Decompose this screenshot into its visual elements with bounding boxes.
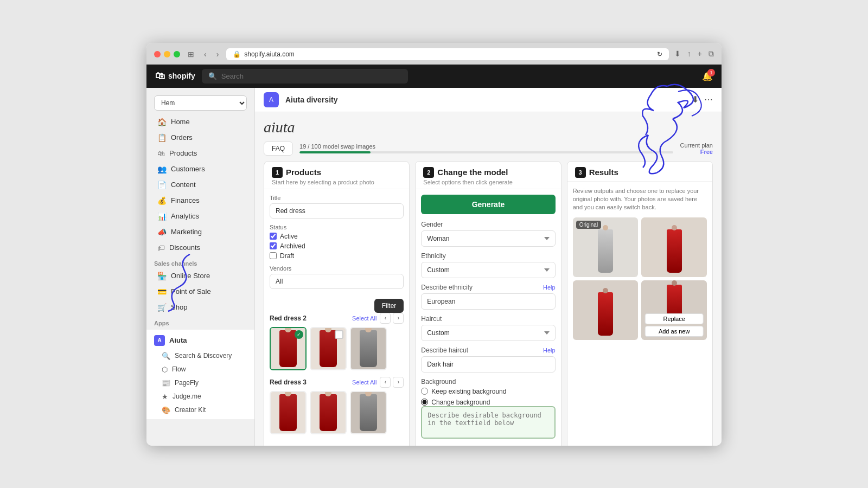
sidebar-item-judgeme[interactable]: ★ Judge.me [146,390,254,403]
product-group-2-header: Red dress 3 Select All ‹ › [270,377,404,388]
bg-change-radio[interactable] [421,399,428,406]
tab-icon[interactable]: ⊞ [186,49,196,60]
status-archived-item[interactable]: Archived [270,242,404,250]
status-draft-item[interactable]: Draft [270,252,404,260]
add-new-button[interactable]: Add as new [644,326,704,337]
product-thumb-1-2[interactable] [310,327,347,370]
tabs-icon[interactable]: ⧉ [709,49,714,59]
sidebar-item-finances[interactable]: 💰 Finances [150,193,251,208]
result-item-4[interactable]: Replace Add as new [641,280,707,340]
app-header-title: Aiuta diversity [285,95,337,104]
status-checkboxes: Active Archived Draft [270,233,404,260]
reload-icon[interactable]: ↻ [657,50,662,58]
product-thumb-2-2[interactable] [310,391,347,434]
result-item-3[interactable] [573,280,639,340]
products-subtitle: Start here by selecting a product photo [272,179,401,185]
ethnicity-select[interactable]: Custom [421,262,555,278]
maximize-button[interactable] [174,51,180,57]
status-archived-label: Archived [280,242,305,250]
ethnicity-help-link[interactable]: Help [543,284,556,291]
sidebar-item-products[interactable]: 🛍 Products [150,146,251,161]
sidebar-item-online-store[interactable]: 🏪 Online Store [150,268,251,284]
share-icon[interactable]: ↑ [687,49,691,59]
download-icon[interactable]: ⬇ [674,49,681,59]
sidebar-item-discounts[interactable]: 🏷 Discounts [150,240,251,255]
notification-button[interactable]: 🔔 1 [702,71,713,81]
product-prev-2[interactable]: ‹ [380,377,391,388]
sidebar-item-pagefly[interactable]: 📰 PageFly [146,376,254,390]
model-step-num: 2 [423,167,434,178]
status-draft-checkbox[interactable] [270,252,277,259]
results-step-num: 3 [575,167,586,178]
product-group-1-name: Red dress 2 [270,314,307,322]
gender-select[interactable]: Woman [421,230,555,247]
describe-ethnicity-input[interactable] [421,293,555,310]
select-all-2[interactable]: Select All [352,379,376,386]
sidebar-item-creator-kit[interactable]: 🎨 Creator Kit [146,403,254,417]
products-header: 1 Products Start here by selecting a pro… [264,162,409,189]
filter-button[interactable]: Filter [374,299,404,313]
product-thumb-2-3[interactable] [350,391,387,434]
aiuta-nav-header[interactable]: A Aiuta [146,332,254,349]
sidebar-item-orders[interactable]: 📋 Orders [150,130,251,145]
app-header-actions: ⬇ ⋯ [692,94,713,105]
more-action-icon[interactable]: ⋯ [704,94,713,105]
sidebar-item-search-discovery[interactable]: 🔍 Search & Discovery [146,349,254,363]
haircut-select[interactable]: Custom [421,325,555,341]
new-tab-icon[interactable]: + [698,49,702,59]
product-prev-1[interactable]: ‹ [380,313,391,324]
security-icon: 🔒 [233,50,241,58]
product-next-1[interactable]: › [393,313,404,324]
background-radio-group: Keep existing background Change backgrou… [421,388,555,406]
forward-button[interactable]: › [214,49,221,60]
back-button[interactable]: ‹ [202,49,209,60]
sidebar-item-home[interactable]: 🏠 Home [150,114,251,130]
status-label: Status [270,224,404,230]
aiuta-app-section: A Aiuta 🔍 Search & Discovery ⬡ Flow 📰 Pa… [146,330,254,419]
download-action-icon[interactable]: ⬇ [692,94,699,105]
bg-keep-item[interactable]: Keep existing background [421,388,555,395]
status-archived-checkbox[interactable] [270,242,277,249]
search-input[interactable] [221,72,401,80]
bg-change-item[interactable]: Change background [421,399,555,406]
status-active-checkbox[interactable] [270,233,277,240]
result-item-original[interactable]: Original [573,217,639,277]
background-label: Background [421,378,555,386]
orders-icon: 📋 [157,133,167,142]
sidebar-item-flow[interactable]: ⬡ Flow [146,363,254,376]
sidebar-item-customers[interactable]: 👥 Customers [150,162,251,177]
faq-button[interactable]: FAQ [264,142,293,156]
result-item-2[interactable] [641,217,707,277]
replace-button[interactable]: Replace [644,313,704,324]
vendors-select[interactable]: All [270,274,404,289]
store-select[interactable]: Hem [154,95,247,111]
topbar-right: 🔔 1 [702,71,713,81]
sidebar-item-shop[interactable]: 🛒 Shop [150,300,251,315]
product-thumb-2-1[interactable] [270,391,307,434]
title-input[interactable] [270,203,404,219]
app-header-icon: A [264,92,279,107]
status-active-item[interactable]: Active [270,233,404,240]
products-panel: 1 Products Start here by selecting a pro… [264,161,410,446]
select-all-1[interactable]: Select All [352,315,376,322]
describe-ethnicity-label: Describe ethnicity [421,284,473,291]
sidebar: Hem 🏠 Home 📋 Orders 🛍 Products 👥 [146,88,255,446]
describe-haircut-input[interactable] [421,356,555,373]
close-button[interactable] [154,51,161,57]
describe-haircut-group: Describe haircut Help [421,346,555,373]
sidebar-item-marketing[interactable]: 📣 Marketing [150,224,251,240]
sidebar-item-pos[interactable]: 💳 Point of Sale [150,284,251,299]
bg-describe-textarea[interactable] [421,406,555,439]
gender-label: Gender [421,221,555,228]
sidebar-item-analytics[interactable]: 📊 Analytics [150,209,251,224]
bg-keep-radio[interactable] [421,388,428,395]
product-next-2[interactable]: › [393,377,404,388]
search-bar[interactable]: 🔍 [202,69,408,84]
haircut-help-link[interactable]: Help [543,347,556,354]
generate-button[interactable]: Generate [421,195,555,214]
product-thumb-1-3[interactable] [350,327,387,370]
sidebar-item-content[interactable]: 📄 Content [150,177,251,192]
product-thumb-1-1[interactable]: ✓ [270,327,307,370]
usage-bar-container: 19 / 100 model swap images [299,143,673,153]
minimize-button[interactable] [164,51,170,57]
